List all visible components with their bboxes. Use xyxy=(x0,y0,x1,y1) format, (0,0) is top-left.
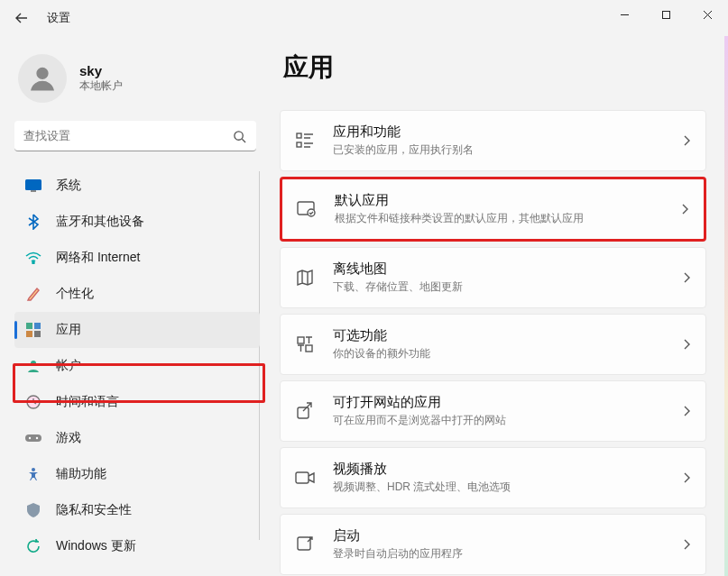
map-icon xyxy=(293,266,317,289)
svg-point-15 xyxy=(32,468,35,471)
chevron-right-icon xyxy=(677,201,693,217)
accessibility-icon xyxy=(23,464,43,484)
close-button[interactable] xyxy=(687,0,728,29)
card-subtitle: 已安装的应用，应用执行别名 xyxy=(333,142,678,158)
svg-rect-21 xyxy=(306,345,312,352)
sidebar-item-label: Windows 更新 xyxy=(56,538,136,554)
card-subtitle: 你的设备的额外功能 xyxy=(333,346,678,361)
card-title: 可选功能 xyxy=(333,327,678,344)
sidebar-item-label: 游戏 xyxy=(56,430,81,446)
sidebar-item-label: 应用 xyxy=(56,322,81,338)
sidebar-item-label: 帐户 xyxy=(56,358,81,374)
user-icon xyxy=(23,356,43,376)
card-title: 应用和功能 xyxy=(333,123,678,141)
maximize-button[interactable] xyxy=(645,0,687,29)
card-apps-features[interactable]: 应用和功能 已安装的应用，应用执行别名 xyxy=(280,110,706,171)
sidebar-item-update[interactable]: Windows 更新 xyxy=(14,528,260,564)
search-input[interactable] xyxy=(14,121,256,151)
card-offline-maps[interactable]: 离线地图 下载、存储位置、地图更新 xyxy=(280,247,706,308)
sidebar-item-time-language[interactable]: 时间和语言 xyxy=(14,384,260,420)
card-video-playback[interactable]: 视频播放 视频调整、HDR 流式处理、电池选项 xyxy=(280,447,706,508)
svg-rect-23 xyxy=(296,472,309,483)
svg-rect-3 xyxy=(25,179,41,190)
svg-point-5 xyxy=(32,262,34,264)
svg-point-14 xyxy=(36,437,38,439)
puzzle-icon xyxy=(293,333,317,356)
brush-icon xyxy=(23,284,43,304)
clock-icon xyxy=(23,392,43,412)
chevron-right-icon xyxy=(678,470,695,486)
chevron-right-icon xyxy=(678,270,695,286)
video-icon xyxy=(293,466,317,489)
shield-icon xyxy=(23,500,43,520)
svg-rect-24 xyxy=(298,537,310,550)
share-icon xyxy=(293,399,317,423)
update-icon xyxy=(23,536,43,556)
card-title: 视频播放 xyxy=(333,461,678,478)
sidebar-item-label: 隐私和安全性 xyxy=(56,502,132,518)
sidebar: sky 本地帐户 系统 蓝牙和其他设备 网络和 Internet xyxy=(0,36,271,576)
chevron-right-icon xyxy=(678,133,695,149)
svg-point-2 xyxy=(234,131,242,139)
sidebar-item-network[interactable]: 网络和 Internet xyxy=(14,240,260,276)
sidebar-item-personalization[interactable]: 个性化 xyxy=(14,276,260,312)
decorative-edge xyxy=(724,36,728,576)
sidebar-item-label: 蓝牙和其他设备 xyxy=(56,214,144,230)
page-title: 应用 xyxy=(280,50,706,85)
card-subtitle: 视频调整、HDR 流式处理、电池选项 xyxy=(333,480,678,495)
profile-subtitle: 本地帐户 xyxy=(79,78,123,94)
profile-name: sky xyxy=(79,63,123,78)
svg-rect-8 xyxy=(26,331,32,337)
settings-cards: 应用和功能 已安装的应用，应用执行别名 默认应用 根据文件和链接种类设置的默认应… xyxy=(280,110,706,575)
gamepad-icon xyxy=(23,428,43,448)
monitor-icon xyxy=(23,176,43,196)
apps-icon xyxy=(23,320,43,340)
window-controls xyxy=(604,0,728,29)
svg-point-13 xyxy=(29,437,31,439)
svg-point-10 xyxy=(31,361,36,366)
titlebar: 设置 xyxy=(0,0,728,36)
list-icon xyxy=(293,129,317,152)
chevron-right-icon xyxy=(678,403,695,419)
card-subtitle: 根据文件和链接种类设置的默认应用，其他默认应用 xyxy=(335,211,677,226)
svg-rect-16 xyxy=(297,133,301,138)
main-content: 应用 应用和功能 已安装的应用，应用执行别名 默认应用 根据文件和链接种类设置的… xyxy=(271,36,728,576)
back-button[interactable] xyxy=(7,4,36,32)
svg-rect-22 xyxy=(298,407,309,418)
search-icon[interactable] xyxy=(231,128,247,144)
default-apps-icon xyxy=(295,197,318,221)
sidebar-item-label: 时间和语言 xyxy=(56,394,119,410)
search-box xyxy=(14,121,256,151)
window-title: 设置 xyxy=(47,10,70,26)
chevron-right-icon xyxy=(678,536,695,553)
sidebar-item-apps[interactable]: 应用 xyxy=(14,312,260,348)
bluetooth-icon xyxy=(23,212,43,232)
minimize-button[interactable] xyxy=(604,0,645,29)
sidebar-item-label: 个性化 xyxy=(56,286,94,302)
sidebar-item-accessibility[interactable]: 辅助功能 xyxy=(14,456,260,492)
sidebar-item-privacy[interactable]: 隐私和安全性 xyxy=(14,492,260,528)
svg-rect-17 xyxy=(297,142,301,147)
card-apps-for-websites[interactable]: 可打开网站的应用 可在应用而不是浏览器中打开的网站 xyxy=(280,380,706,442)
card-optional-features[interactable]: 可选功能 你的设备的额外功能 xyxy=(280,314,706,375)
sidebar-item-label: 辅助功能 xyxy=(56,466,106,482)
svg-point-1 xyxy=(37,68,48,78)
svg-point-19 xyxy=(308,209,315,216)
profile[interactable]: sky 本地帐户 xyxy=(14,43,260,119)
sidebar-item-label: 系统 xyxy=(56,178,81,194)
sidebar-item-account[interactable]: 帐户 xyxy=(14,348,260,384)
sidebar-item-gaming[interactable]: 游戏 xyxy=(14,420,260,456)
card-subtitle: 可在应用而不是浏览器中打开的网站 xyxy=(333,413,678,428)
sidebar-item-system[interactable]: 系统 xyxy=(14,168,260,204)
card-title: 离线地图 xyxy=(333,261,678,278)
svg-rect-20 xyxy=(298,337,304,343)
sidebar-item-bluetooth[interactable]: 蓝牙和其他设备 xyxy=(14,204,260,240)
svg-rect-7 xyxy=(34,323,41,329)
svg-rect-9 xyxy=(34,331,41,337)
card-default-apps[interactable]: 默认应用 根据文件和链接种类设置的默认应用，其他默认应用 xyxy=(280,177,706,242)
svg-rect-6 xyxy=(26,323,32,329)
card-startup[interactable]: 启动 登录时自动启动的应用程序 xyxy=(280,514,706,575)
svg-rect-4 xyxy=(31,190,36,192)
card-title: 可打开网站的应用 xyxy=(333,394,678,411)
wifi-icon xyxy=(23,248,43,268)
